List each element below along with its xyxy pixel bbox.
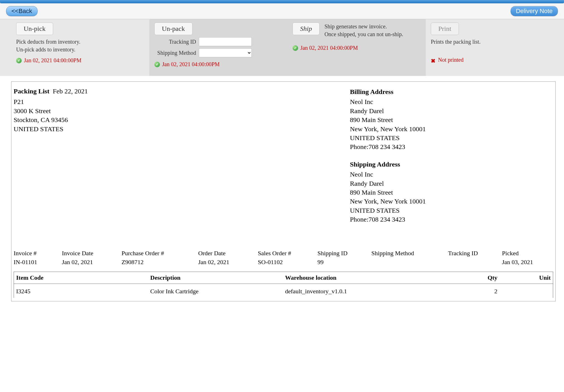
item-qty: 2 <box>445 284 499 298</box>
pack-status: ✓ Jan 02, 2021 04:00:00PM <box>154 61 283 68</box>
item-loc: default_inventory_v1.0.1 <box>283 284 445 298</box>
from-street: 3000 K Street <box>14 106 339 115</box>
meta-value-order-date: Jan 02, 2021 <box>198 258 255 267</box>
item-code: I3245 <box>14 284 149 298</box>
check-icon: ✓ <box>293 45 298 51</box>
meta-label-invoice-date: Invoice Date <box>62 249 119 258</box>
check-icon: ✓ <box>16 58 22 63</box>
meta-label-po-no: Purchase Order # <box>122 249 196 258</box>
meta-value-shipping-id: 99 <box>317 258 368 267</box>
shipping-country: UNITED STATES <box>350 206 553 215</box>
items-header-qty: Qty <box>445 272 499 284</box>
shipping-phone: Phone:708 234 3423 <box>350 215 553 224</box>
meta-value-po-no: Z908712 <box>122 258 196 267</box>
pick-help-line1: Pick deducts from inventory. <box>16 39 80 45</box>
items-header-code: Item Code <box>14 272 149 284</box>
ship-button[interactable]: Ship <box>293 23 320 35</box>
tracking-id-input[interactable] <box>199 37 252 46</box>
meta-label-picked: Picked <box>502 249 553 258</box>
billing-company: Neol Inc <box>350 97 553 106</box>
meta-label-tracking-id: Tracking ID <box>448 249 499 258</box>
print-button[interactable]: Print <box>431 23 459 35</box>
billing-street: 890 Main Street <box>350 115 553 124</box>
back-button[interactable]: <<Back <box>6 6 38 16</box>
check-icon: ✓ <box>154 62 160 67</box>
meta-table: Invoice # Invoice Date Purchase Order # … <box>14 249 553 267</box>
ship-cell: Ship Ship generates new invoice. Once sh… <box>288 19 426 76</box>
print-status-text: Not printed <box>438 57 464 63</box>
unpick-button[interactable]: Un-pick <box>16 23 53 35</box>
shipping-citystate: New York, New York 10001 <box>350 197 553 206</box>
billing-name: Randy Darel <box>350 106 553 115</box>
meta-value-ship-method <box>371 258 445 267</box>
from-citystate: Stockton, CA 93456 <box>14 115 339 124</box>
ship-help-line1: Ship generates new invoice. <box>325 23 387 29</box>
meta-value-so-no: SO-01102 <box>258 258 315 267</box>
meta-value-tracking-id <box>448 258 499 267</box>
address-block: Billing Address Neol Inc Randy Darel 890… <box>350 87 553 224</box>
shipping-head: Shipping Address <box>350 160 553 169</box>
print-cell: Print Prints the packing list. ✖ Not pri… <box>426 19 564 76</box>
billing-phone: Phone:708 234 3423 <box>350 142 553 151</box>
ship-help: Ship generates new invoice. Once shipped… <box>325 23 403 38</box>
unpack-button[interactable]: Un-pack <box>154 23 192 35</box>
print-help: Prints the packing list. <box>431 38 559 46</box>
item-desc: Color Ink Cartridge <box>149 284 283 298</box>
meta-label-shipping-id: Shipping ID <box>317 249 368 258</box>
table-row: I3245Color Ink Cartridgedefault_inventor… <box>14 284 553 298</box>
pick-timestamp: Jan 02, 2021 04:00:00PM <box>24 57 81 64</box>
packing-from-block: Packing List Feb 22, 2021 P21 3000 K Str… <box>14 87 339 224</box>
meta-label-invoice-no: Invoice # <box>14 249 59 258</box>
pack-cell: Un-pack Tracking ID Shipping Method ✓ Ja… <box>149 19 288 76</box>
meta-label-order-date: Order Date <box>198 249 255 258</box>
pick-cell: Un-pick Pick deducts from inventory. Un-… <box>11 19 149 76</box>
print-status: ✖ Not printed <box>431 57 559 63</box>
shipping-method-label: Shipping Method <box>154 50 196 56</box>
billing-citystate: New York, New York 10001 <box>350 125 553 133</box>
billing-head: Billing Address <box>350 87 553 96</box>
items-header-unit: Unit <box>499 272 553 284</box>
item-unit <box>499 284 553 298</box>
shipping-name: Randy Darel <box>350 179 553 188</box>
items-header-loc: Warehouse location <box>283 272 445 284</box>
header-bar: <<Back Delivery Note <box>0 3 564 19</box>
items-table: Item Code Description Warehouse location… <box>14 272 553 298</box>
pick-help-line2: Un-pick adds to inventory. <box>16 46 75 53</box>
meta-value-invoice-no: IN-01101 <box>14 258 59 267</box>
packing-id: P21 <box>14 97 339 106</box>
items-header-desc: Description <box>149 272 283 284</box>
delivery-note-button[interactable]: Delivery Note <box>511 6 558 16</box>
ship-status: ✓ Jan 02, 2021 04:00:00PM <box>293 45 421 51</box>
window-top-bar <box>0 0 564 3</box>
pick-status: ✓ Jan 02, 2021 04:00:00PM <box>16 57 144 64</box>
packing-list-date: Feb 22, 2021 <box>53 88 88 95</box>
shipping-method-select[interactable] <box>199 48 252 57</box>
meta-label-so-no: Sales Order # <box>258 249 315 258</box>
ship-timestamp: Jan 02, 2021 04:00:00PM <box>300 45 358 51</box>
packing-list-panel: Packing List Feb 22, 2021 P21 3000 K Str… <box>11 81 556 301</box>
items-header-row: Item Code Description Warehouse location… <box>14 272 553 284</box>
shipping-company: Neol Inc <box>350 170 553 179</box>
shipping-street: 890 Main Street <box>350 188 553 197</box>
tracking-id-label: Tracking ID <box>154 39 196 45</box>
pick-help: Pick deducts from inventory. Un-pick add… <box>16 38 144 53</box>
billing-country: UNITED STATES <box>350 133 553 142</box>
meta-value-picked: Jan 03, 2021 <box>502 258 553 267</box>
x-icon: ✖ <box>431 58 436 63</box>
ship-help-line2: Once shipped, you can not un-ship. <box>325 31 403 37</box>
meta-value-invoice-date: Jan 02, 2021 <box>62 258 119 267</box>
packing-list-title: Packing List <box>14 88 50 95</box>
from-country: UNITED STATES <box>14 125 339 133</box>
meta-label-ship-method: Shipping Method <box>371 249 445 258</box>
pack-timestamp: Jan 02, 2021 04:00:00PM <box>162 61 220 68</box>
action-row: Un-pick Pick deducts from inventory. Un-… <box>0 19 564 76</box>
